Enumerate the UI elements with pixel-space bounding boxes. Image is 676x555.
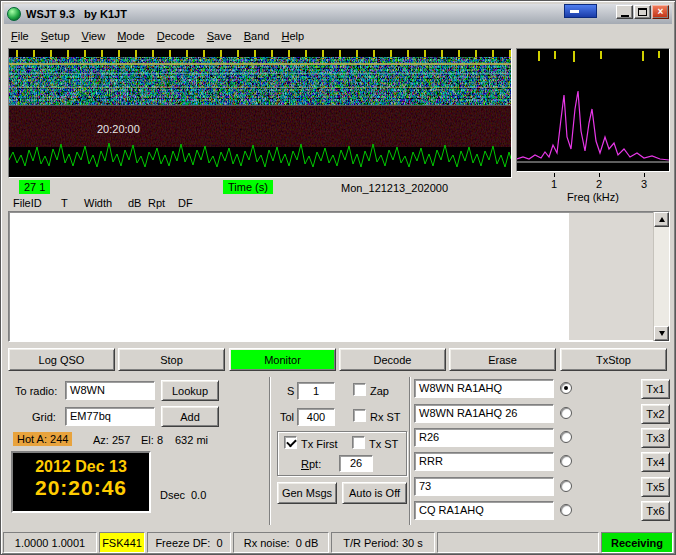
tx1-button[interactable]: Tx1 [641,379,670,399]
waterfall-cursor-badge: 27 1 [19,180,50,194]
clock-date: 2012 Dec 13 [13,458,149,476]
tx-first-label: Tx First [301,438,338,450]
window-title: WSJT 9.3 by K1JT [26,8,127,20]
clock-time: 20:20:46 [13,476,149,500]
txstop-button[interactable]: TxStop [560,348,667,371]
tx4-button[interactable]: Tx4 [641,452,670,472]
close-button[interactable]: × [652,5,669,19]
tx-st-checkbox[interactable] [352,436,365,449]
zap-checkbox[interactable] [353,383,366,396]
menu-item-mode[interactable]: Mode [112,28,152,44]
menu-item-save[interactable]: Save [202,28,239,44]
tx1-message-input[interactable]: W8WN RA1AHQ [414,379,554,398]
waterfall-sync-ticks [9,50,511,59]
tx5-button[interactable]: Tx5 [641,477,670,497]
status-spacer [437,532,599,553]
grid-input[interactable]: EM77bq [65,407,155,426]
tx5-message-input[interactable]: 73 [414,477,554,496]
tx4-radio[interactable] [560,455,572,467]
status-freq-calib: 1.0000 1.0001 [3,532,97,553]
column-header-width: Width [84,197,112,209]
scroll-up-button[interactable] [654,212,669,227]
column-header-fileid: FileID [13,197,42,209]
tx-st-label: Tx ST [369,438,398,450]
tx2-radio[interactable] [560,407,572,419]
decoded-area-scrollbar[interactable] [653,212,669,341]
lookup-button[interactable]: Lookup [161,380,219,401]
panel-divider [269,377,271,525]
menu-item-setup[interactable]: Setup [36,28,77,44]
tx6-message-input[interactable]: CQ RA1AHQ [414,501,554,520]
tx-first-checkbox[interactable] [284,436,297,449]
tx2-message-input[interactable]: W8WN RA1AHQ 26 [414,404,554,423]
log-qso-button[interactable]: Log QSO [8,348,115,371]
rpt-input[interactable]: 26 [339,455,373,472]
spectrum-background [517,49,669,171]
dsec-value[interactable]: 0.0 [191,489,206,501]
tx6-button[interactable]: Tx6 [641,501,670,521]
monitor-button[interactable]: Monitor [229,348,336,371]
column-header-db: dB [128,197,141,209]
tol-value-box[interactable]: 400 [297,408,335,426]
rx-st-checkbox[interactable] [353,409,366,422]
tx5-radio[interactable] [560,480,572,492]
maximize-button[interactable] [634,5,651,19]
wsjt-window: WSJT 9.3 by K1JT × File Setup View Mode … [0,0,676,555]
zap-label: Zap [370,385,389,397]
status-freeze-df: Freeze DF: 0 [147,532,231,553]
waterfall-divider-line [9,105,511,106]
waterfall-time-label: 20:20:00 [97,123,140,135]
panel-divider [409,377,411,525]
auto-toggle-button[interactable]: Auto is Off [342,482,407,504]
recording-file-name: Mon_121213_202000 [341,182,448,194]
dsec-label: Dsec [160,489,185,501]
to-radio-input[interactable]: W8WN [65,381,155,400]
tx1-radio[interactable] [560,382,572,394]
maximize-icon [638,8,647,16]
globe-app-icon [7,7,21,21]
hot-a-badge: Hot A: 244 [13,432,72,446]
gen-msgs-button[interactable]: Gen Msgs [277,482,337,504]
minimize-button[interactable] [616,5,633,19]
down-arrow-icon [659,331,665,336]
tx2-button[interactable]: Tx2 [641,404,670,424]
waterfall-display[interactable]: 20:20:00 [8,48,512,178]
to-radio-label: To radio: [15,385,57,397]
decoded-text-area[interactable] [8,211,670,342]
tx3-radio[interactable] [560,431,572,443]
menu-item-file[interactable]: File [6,28,36,44]
minimize-icon [621,15,629,17]
menu-item-band[interactable]: Band [239,28,277,44]
erase-button[interactable]: Erase [449,348,556,371]
rx-st-label: Rx ST [370,411,401,423]
elevation-label: El: 8 [141,434,163,446]
freq-axis-tick [554,173,555,177]
s-value-box[interactable]: 1 [297,382,335,400]
menu-item-help[interactable]: Help [276,28,311,44]
tol-label: Tol [280,411,294,423]
utc-clock: 2012 Dec 13 20:20:46 [11,451,151,513]
tx3-message-input[interactable]: R26 [414,428,554,447]
column-header-rpt: Rpt [148,197,165,209]
menubar: File Setup View Mode Decode Save Band He… [6,26,311,46]
tx4-message-input[interactable]: RRR [414,452,554,471]
time-axis-badge: Time (s) [223,180,273,194]
close-icon: × [658,7,664,17]
status-tr-period: T/R Period: 30 s [331,532,435,553]
add-button[interactable]: Add [161,406,219,427]
stop-button[interactable]: Stop [118,348,225,371]
tx6-radio[interactable] [560,504,572,516]
minimize-dash-icon [570,10,579,13]
menu-item-decode[interactable]: Decode [152,28,202,44]
column-header-df: DF [178,197,193,209]
tx3-button[interactable]: Tx3 [641,428,670,448]
decode-button[interactable]: Decode [339,348,446,371]
menu-item-view[interactable]: View [77,28,113,44]
up-arrow-icon [659,217,665,222]
waterfall-streak [9,73,511,74]
scroll-down-button[interactable] [654,326,669,341]
status-state-badge: Receiving [601,532,673,553]
freq-axis-tick [599,173,600,177]
spectrum-display[interactable] [516,48,670,172]
status-rx-noise: Rx noise: 0 dB [233,532,329,553]
